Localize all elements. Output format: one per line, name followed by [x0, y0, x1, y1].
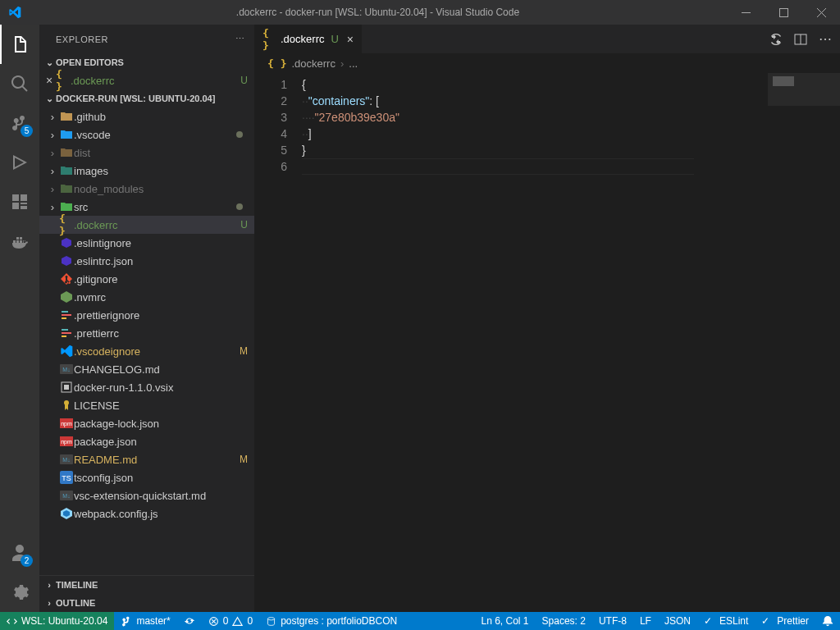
- timeline-section[interactable]: › TIMELINE: [39, 576, 254, 594]
- window-minimize-button[interactable]: [727, 0, 765, 25]
- line-gutter: 123456: [254, 73, 302, 612]
- status-eol[interactable]: LF: [633, 612, 658, 630]
- tab-bar: { } .dockerrc U × ⋯: [254, 25, 840, 53]
- item-label: .eslintignore: [74, 237, 248, 249]
- outline-section[interactable]: › OUTLINE: [39, 594, 254, 612]
- folder-item[interactable]: ›.vscode: [39, 126, 254, 144]
- svg-marker-4: [61, 291, 72, 303]
- activity-search[interactable]: [0, 64, 39, 103]
- minimap[interactable]: [768, 73, 840, 612]
- ts-icon: TS: [59, 471, 74, 484]
- window-maximize-button[interactable]: [765, 0, 802, 25]
- file-item[interactable]: npmpackage-lock.json: [39, 414, 254, 432]
- tab-filename: .dockerrc: [281, 33, 324, 45]
- file-item[interactable]: docker-run-1.1.0.vsix: [39, 378, 254, 396]
- status-indentation[interactable]: Spaces: 2: [536, 612, 592, 630]
- folder-item[interactable]: ›.github: [39, 107, 254, 126]
- title-bar: .dockerrc - docker-run [WSL: Ubuntu-20.0…: [0, 0, 840, 25]
- explorer-more-icon[interactable]: ⋯: [235, 34, 245, 44]
- status-eslint[interactable]: ESLint: [697, 612, 755, 630]
- file-item[interactable]: { }.dockerrcU: [39, 216, 254, 234]
- workspace-section[interactable]: ⌄ DOCKER-RUN [WSL: UBUNTU-20.04]: [39, 89, 254, 107]
- split-editor-icon[interactable]: [794, 33, 807, 46]
- svg-text:M↓: M↓: [62, 457, 70, 463]
- editor-tab[interactable]: { } .dockerrc U ×: [254, 25, 363, 53]
- status-branch[interactable]: master*: [114, 612, 176, 630]
- item-label: .prettierrc: [74, 327, 248, 340]
- folder-item[interactable]: ›dist: [39, 144, 254, 162]
- file-item[interactable]: .eslintignore: [39, 234, 254, 252]
- explorer-title: EXPLORER: [56, 34, 108, 44]
- file-item[interactable]: webpack.config.js: [39, 504, 254, 523]
- svg-rect-1: [779, 8, 788, 16]
- status-database[interactable]: postgres : portfolioDBCON: [259, 612, 404, 630]
- eslint-icon: [59, 236, 74, 249]
- vscode-folder-icon: [59, 129, 74, 140]
- activity-explorer[interactable]: [0, 25, 39, 64]
- editor-more-icon[interactable]: ⋯: [819, 31, 832, 47]
- status-prettier[interactable]: Prettier: [755, 612, 815, 630]
- open-editors-section[interactable]: ⌄ OPEN EDITORS: [39, 53, 254, 71]
- git-status-badge: U: [237, 75, 248, 86]
- file-item[interactable]: .nvmrc: [39, 288, 254, 306]
- tab-close-icon[interactable]: ×: [347, 33, 354, 46]
- item-label: CHANGELOG.md: [74, 363, 248, 376]
- chevron-right-icon: ›: [43, 598, 56, 608]
- scm-badge: 5: [21, 125, 33, 137]
- accounts-badge: 2: [21, 555, 33, 567]
- file-item[interactable]: .gitignore: [39, 270, 254, 288]
- json-braces-icon: { }: [56, 68, 71, 93]
- window-close-button[interactable]: [802, 0, 840, 25]
- status-remote[interactable]: WSL: Ubuntu-20.04: [0, 612, 114, 630]
- explorer-panel: EXPLORER ⋯ ⌄ OPEN EDITORS × { } .dockerr…: [39, 25, 254, 612]
- chevron-down-icon: ⌄: [43, 94, 56, 104]
- file-item[interactable]: M↓CHANGELOG.md: [39, 360, 254, 378]
- status-cursor-position[interactable]: Ln 6, Col 1: [475, 612, 536, 630]
- file-item[interactable]: .eslintrc.json: [39, 252, 254, 270]
- svg-point-31: [268, 617, 275, 619]
- status-problems[interactable]: 0 0: [202, 612, 259, 630]
- activity-docker[interactable]: [0, 221, 39, 261]
- vsix-icon: [59, 381, 74, 394]
- activity-extensions[interactable]: [0, 182, 39, 221]
- vscode-icon: [59, 345, 74, 358]
- file-item[interactable]: .vscodeignoreM: [39, 342, 254, 360]
- activity-source-control[interactable]: 5: [0, 103, 39, 143]
- item-label: .github: [74, 111, 248, 123]
- item-label: .gitignore: [74, 273, 248, 285]
- prettier-icon: [59, 308, 74, 322]
- status-encoding[interactable]: UTF-8: [592, 612, 633, 630]
- close-icon[interactable]: ×: [43, 74, 56, 87]
- status-notifications-icon[interactable]: [815, 612, 840, 630]
- code-editor[interactable]: 123456 { ··"containers": [ ····"27e80b39…: [254, 73, 840, 612]
- svg-rect-6: [62, 314, 71, 316]
- compare-changes-icon[interactable]: [769, 33, 783, 46]
- modified-dot-icon: [236, 131, 243, 138]
- file-item[interactable]: LICENSE: [39, 396, 254, 414]
- timeline-label: TIMELINE: [56, 580, 98, 590]
- file-item[interactable]: M↓README.mdM: [39, 450, 254, 468]
- file-tree[interactable]: ›.github›.vscode›dist›images›node_module…: [39, 107, 254, 575]
- activity-accounts[interactable]: 2: [0, 533, 39, 573]
- file-item[interactable]: TStsconfig.json: [39, 468, 254, 486]
- file-item[interactable]: .prettierignore: [39, 306, 254, 324]
- activity-run-debug[interactable]: [0, 143, 39, 182]
- item-label: package-lock.json: [74, 418, 248, 430]
- folder-item[interactable]: ›images: [39, 162, 254, 180]
- images-folder-icon: [59, 165, 74, 176]
- svg-text:TS: TS: [62, 474, 71, 482]
- status-sync[interactable]: [177, 612, 202, 630]
- breadcrumb[interactable]: { } .dockerrc › ...: [254, 53, 840, 73]
- folder-item[interactable]: ›node_modules: [39, 180, 254, 198]
- node-folder-icon: [59, 183, 74, 194]
- file-item[interactable]: .prettierrc: [39, 324, 254, 342]
- code-content[interactable]: { ··"containers": [ ····"27e80b39e30a" ·…: [302, 73, 768, 612]
- chevron-right-icon: ›: [46, 147, 59, 159]
- activity-settings[interactable]: [0, 573, 39, 612]
- svg-text:npm: npm: [61, 439, 72, 445]
- file-item[interactable]: npmpackage.json: [39, 432, 254, 450]
- breadcrumb-file: .dockerrc: [291, 57, 335, 70]
- status-language[interactable]: JSON: [658, 612, 697, 630]
- file-item[interactable]: M↓vsc-extension-quickstart.md: [39, 486, 254, 504]
- open-editor-item[interactable]: × { } .dockerrc U: [39, 71, 254, 89]
